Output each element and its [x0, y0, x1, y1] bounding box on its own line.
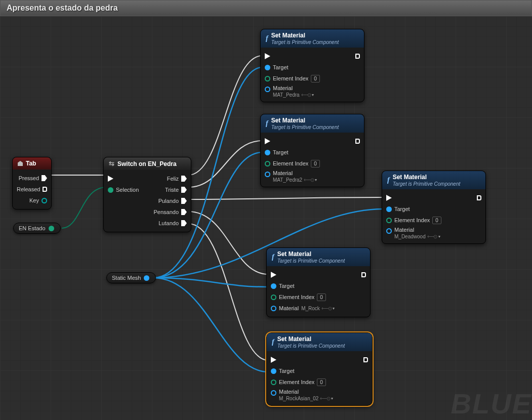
node-subtitle: Target is Primitive Component — [271, 124, 339, 130]
node-title: Set Material — [271, 32, 339, 39]
material-pin[interactable] — [386, 228, 392, 234]
node-subtitle: Target is Primitive Component — [277, 343, 345, 349]
element-index-value[interactable]: 0 — [317, 379, 326, 386]
variable-label: Static Mesh — [112, 275, 141, 281]
element-index-pin[interactable] — [265, 76, 270, 81]
material-value[interactable]: MAT_Pedra2 — [273, 177, 302, 183]
pin-label: Released — [17, 186, 40, 192]
exec-in-pin[interactable] — [386, 195, 392, 201]
node-title: Set Material — [277, 335, 345, 343]
exec-in-pin[interactable] — [108, 176, 113, 182]
nav-arrows-icon[interactable]: ⟵ ⊙ — [301, 92, 311, 98]
set-material-node-1[interactable]: fSet MaterialTarget is Primitive Compone… — [260, 29, 364, 102]
switch-node[interactable]: ⇆ Switch on EN_Pedra Feliz Selection Tri… — [103, 157, 191, 232]
switch-icon: ⇆ — [109, 160, 114, 167]
function-icon: f — [272, 338, 274, 346]
element-index-pin[interactable] — [271, 295, 276, 300]
material-value[interactable]: M_Rock — [301, 306, 320, 311]
data-in-pin[interactable] — [108, 187, 113, 193]
material-value[interactable]: M_RockAsian_02 — [279, 396, 318, 401]
variable-static-mesh[interactable]: Static Mesh — [106, 272, 156, 283]
pin-label: Pensando — [153, 209, 179, 215]
exec-out-pin[interactable] — [363, 357, 368, 362]
pin-label: Selection — [116, 187, 139, 193]
function-icon: f — [387, 176, 390, 184]
node-title: Switch on EN_Pedra — [117, 160, 177, 167]
exec-out-pin[interactable] — [355, 139, 360, 144]
material-pin[interactable] — [271, 390, 276, 396]
pin-label: Key — [29, 197, 39, 203]
node-title: Tab — [26, 160, 36, 167]
target-pin[interactable] — [265, 65, 270, 70]
set-material-node-3[interactable]: fSet MaterialTarget is Primitive Compone… — [382, 171, 486, 244]
pin-label: Triste — [165, 187, 179, 193]
element-index-value[interactable]: 0 — [432, 217, 441, 224]
material-pin[interactable] — [265, 172, 270, 177]
element-index-pin[interactable] — [271, 380, 276, 385]
node-title: Set Material — [271, 117, 339, 124]
node-title: Set Material — [393, 174, 461, 181]
node-subtitle: Target is Primitive Component — [271, 39, 339, 45]
variable-label: EN Estado — [19, 225, 46, 231]
exec-out-pin[interactable] — [181, 198, 187, 204]
exec-out-pin[interactable] — [181, 220, 187, 226]
function-icon: f — [266, 119, 268, 128]
exec-in-pin[interactable] — [271, 272, 276, 278]
variable-en-estado[interactable]: EN Estado — [13, 223, 61, 234]
pin-label: Lutando — [158, 220, 179, 226]
nav-arrows-icon[interactable]: ⟵ ⊙ — [321, 306, 331, 311]
target-pin[interactable] — [271, 368, 276, 374]
node-subtitle: Target is Primitive Component — [277, 258, 345, 264]
nav-arrows-icon[interactable]: ⟵ ⊙ — [304, 177, 313, 183]
nav-arrows-icon[interactable]: ⟵ ⊙ — [320, 396, 330, 401]
element-index-pin[interactable] — [265, 161, 270, 166]
data-out-pin[interactable] — [144, 275, 149, 281]
exec-out-pin[interactable] — [181, 187, 187, 193]
node-subtitle: Target is Primitive Component — [393, 181, 461, 187]
node-header: ⇆ Switch on EN_Pedra — [104, 157, 191, 170]
nav-arrows-icon[interactable]: ⟵ ⊙ — [427, 234, 437, 239]
event-tab-node[interactable]: Tab Pressed Released Key — [12, 157, 52, 209]
exec-out-pin[interactable] — [361, 272, 366, 277]
comment-title: Apresenta o estado da pedra — [0, 0, 532, 16]
set-material-node-2[interactable]: fSet MaterialTarget is Primitive Compone… — [260, 114, 364, 187]
exec-out-pin[interactable] — [181, 209, 187, 215]
key-icon — [18, 161, 23, 166]
exec-in-pin[interactable] — [265, 138, 270, 144]
node-header: Tab — [13, 157, 51, 170]
exec-out-pin[interactable] — [43, 187, 47, 192]
material-value[interactable]: M_Deadwood — [394, 234, 426, 239]
exec-out-pin[interactable] — [477, 195, 481, 200]
element-index-value[interactable]: 0 — [317, 293, 326, 301]
node-title: Set Material — [277, 250, 345, 258]
material-value[interactable]: MAT_Pedra — [273, 92, 300, 98]
function-icon: f — [266, 34, 268, 43]
material-pin[interactable] — [271, 306, 276, 311]
target-pin[interactable] — [265, 150, 270, 155]
element-index-value[interactable]: 0 — [311, 75, 320, 82]
material-pin[interactable] — [265, 87, 270, 92]
exec-out-pin[interactable] — [181, 176, 187, 182]
element-index-pin[interactable] — [386, 218, 392, 223]
target-pin[interactable] — [271, 283, 276, 289]
exec-out-pin[interactable] — [42, 175, 47, 181]
exec-out-pin[interactable] — [355, 54, 360, 59]
blueprint-graph[interactable]: Tab Pressed Released Key EN Estado ⇆ Swi… — [0, 16, 532, 420]
exec-in-pin[interactable] — [265, 53, 270, 59]
function-icon: f — [272, 253, 274, 261]
pin-label: Pulando — [158, 198, 179, 204]
set-material-node-4[interactable]: fSet MaterialTarget is Primitive Compone… — [266, 247, 371, 317]
exec-in-pin[interactable] — [271, 357, 276, 363]
watermark: BLUE — [451, 387, 532, 420]
element-index-value[interactable]: 0 — [311, 160, 320, 167]
set-material-node-5[interactable]: fSet MaterialTarget is Primitive Compone… — [266, 332, 373, 406]
data-out-pin[interactable] — [49, 226, 54, 231]
target-pin[interactable] — [386, 206, 392, 212]
data-out-pin[interactable] — [42, 198, 47, 203]
pin-label: Feliz — [167, 176, 179, 182]
pin-label: Pressed — [19, 175, 39, 181]
